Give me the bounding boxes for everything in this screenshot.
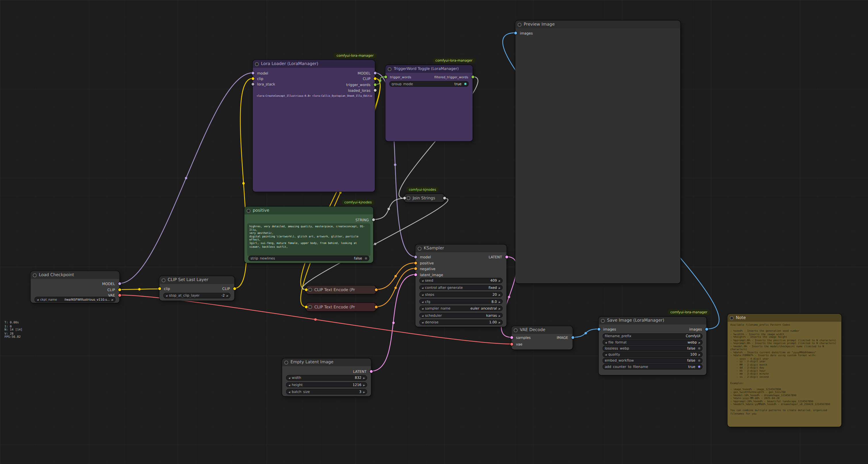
toggle-off-icon[interactable] [698,359,701,361]
decrement-arrow-icon[interactable] [605,352,607,356]
node-clip-text-encode-positive[interactable]: CLIP Text Encode (Pr [306,286,376,294]
scheduler-widget[interactable]: schedulerkarras [419,313,503,318]
decrement-arrow-icon[interactable] [422,313,423,317]
collapse-icon[interactable] [255,62,258,65]
collapse-icon[interactable] [407,197,410,199]
node-titlebar[interactable]: Note [727,314,841,322]
decrement-arrow-icon[interactable] [422,279,423,283]
output-string[interactable]: STRING [244,217,373,222]
node-titlebar[interactable]: KSampler [415,244,506,252]
clip-port-dot[interactable] [118,289,121,291]
decrement-arrow-icon[interactable] [422,307,423,310]
node-positive-prompt[interactable]: positive STRING highres, very detailed, … [244,207,373,263]
vae-port-dot[interactable] [510,343,513,346]
input-latent-image[interactable]: latent_image [415,272,506,277]
node-titlebar[interactable]: Load Checkpoint [30,271,119,279]
output-loaded-loras[interactable]: loaded_loras [253,88,375,93]
seed-widget[interactable]: seed409 [419,278,503,283]
output-clip[interactable]: CLIP [253,76,375,81]
output-filtered-trigger-words[interactable]: filtered_trigger_words [385,75,473,79]
quality-widget[interactable]: quality100 [602,352,703,357]
decrement-arrow-icon[interactable] [422,320,423,324]
collapse-icon[interactable] [309,288,311,291]
increment-arrow-icon[interactable] [699,340,700,344]
toggle-off-icon[interactable] [365,257,367,259]
decrement-arrow-icon[interactable] [288,390,290,394]
toggle-on-icon[interactable] [698,366,701,368]
input-negative[interactable]: negative [415,266,506,271]
toggle-on-icon[interactable] [464,83,467,85]
denoise-widget[interactable]: denoise1.00 [419,320,503,325]
node-preview-image[interactable]: Preview Image images [516,21,681,283]
output-model[interactable]: MODEL [253,70,375,76]
increment-arrow-icon[interactable] [363,376,365,380]
conditioning-output-port-dot[interactable] [375,289,377,291]
steps-widget[interactable]: steps20 [419,292,503,297]
collapse-icon[interactable] [518,23,521,26]
decrement-arrow-icon[interactable] [422,285,423,289]
width-widget[interactable]: width832 [286,375,367,380]
control-after-generate-widget[interactable]: control after generatefixed [419,285,503,290]
increment-arrow-icon[interactable] [499,313,500,317]
image-port-dot[interactable] [571,336,574,339]
increment-arrow-icon[interactable] [112,298,113,301]
cfg-widget[interactable]: cfg8.0 [419,298,503,304]
collapse-icon[interactable] [514,329,517,332]
collapse-icon[interactable] [162,279,165,282]
node-titlebar[interactable]: Empty Latent Image [282,358,371,366]
node-titlebar[interactable]: VAE Decode [512,326,572,334]
collapse-icon[interactable] [33,273,36,277]
conditioning-output-port-dot[interactable] [375,306,377,308]
file-format-widget[interactable]: file_formatwebp [602,340,703,345]
strip-newlines-widget[interactable]: strip_newlinesfalse [248,256,369,261]
sampler-name-widget[interactable]: sampler_nameeuler_ancestral [419,306,503,311]
prompt-textarea[interactable]: highres, very detailed, amazing quality,… [247,224,371,256]
batch-size-widget[interactable]: batch_size3 [286,389,367,394]
increment-arrow-icon[interactable] [499,279,500,283]
output-latent[interactable]: LATENT [415,255,506,259]
node-load-checkpoint[interactable]: Load Checkpoint MODEL CLIP VAE ckpt_name… [30,271,119,303]
string-output-port-dot[interactable] [443,197,446,200]
input-vae[interactable]: vae [512,342,572,347]
conditioning-port-dot[interactable] [414,267,417,270]
collapse-icon[interactable] [285,361,287,364]
decrement-arrow-icon[interactable] [288,376,290,380]
collapse-icon[interactable] [388,67,391,70]
node-titlebar[interactable]: CLIP Set Last Layer [159,276,234,284]
output-image[interactable]: IMAGE [512,335,572,340]
node-clip-text-encode-negative[interactable]: CLIP Text Encode (Pr [306,303,376,311]
collapse-icon[interactable] [730,316,733,319]
clip-port-dot[interactable] [373,77,376,80]
conditioning-port-dot[interactable] [414,262,417,265]
embed-workflow-widget[interactable]: embed_workflowfalse [602,358,703,363]
node-clip-set-last-layer[interactable]: CLIP Set Last Layer clip CLIP stop_at_cl… [159,276,234,300]
collapse-icon[interactable] [601,319,604,322]
input-positive[interactable]: positive [415,261,506,265]
node-ksampler[interactable]: KSampler model positive negative latent_… [415,244,506,327]
increment-arrow-icon[interactable] [499,285,500,289]
vae-port-dot[interactable] [118,294,121,297]
increment-arrow-icon[interactable] [226,293,228,297]
decrement-arrow-icon[interactable] [422,299,423,303]
node-titlebar[interactable]: positive [244,207,373,214]
lossless-webp-widget[interactable]: lossless_webpfalse [602,346,703,351]
decrement-arrow-icon[interactable] [422,293,423,297]
input-images[interactable]: images [516,30,681,35]
add-counter-widget[interactable]: add_counter_to_filenametrue [602,364,703,369]
model-port-dot[interactable] [373,71,376,75]
toggle-off-icon[interactable] [698,347,701,349]
latent-port-dot[interactable] [369,370,372,373]
output-trigger-words[interactable]: trigger_words [253,82,375,87]
latent-port-dot[interactable] [414,273,417,276]
clip-input-port-dot[interactable] [305,306,307,308]
loaded-loras-port-dot[interactable] [373,89,376,92]
latent-port-dot[interactable] [505,256,508,259]
increment-arrow-icon[interactable] [499,320,500,324]
image-port-dot[interactable] [705,328,708,331]
node-titlebar[interactable]: Save Image (LoraManager) [598,317,706,324]
filename-prefix-widget[interactable]: filename_prefixComfyUI [602,334,703,339]
decrement-arrow-icon[interactable] [165,293,167,297]
stop-at-clip-layer-widget[interactable]: stop_at_clip_layer-2 [163,293,230,298]
lora-list-widget[interactable]: <lora:CreateConcept_Illustrious:0.8> <lo… [256,94,372,97]
model-port-dot[interactable] [118,282,121,285]
